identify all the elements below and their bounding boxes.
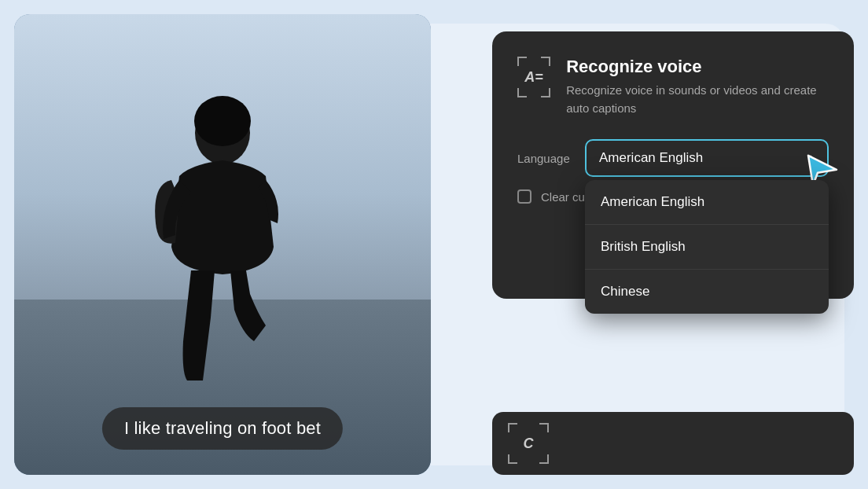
bottom-corner-tr xyxy=(539,423,549,432)
svg-point-1 xyxy=(194,96,251,146)
bottom-corner-bl xyxy=(508,454,517,464)
caption-bar: I like traveling on foot bet xyxy=(102,407,343,450)
bottom-icon-text: C xyxy=(524,436,534,452)
person-figure xyxy=(128,90,317,428)
clear-label: Clear cur xyxy=(541,190,589,204)
recognize-voice-panel: A= Recognize voice Recognize voice in so… xyxy=(492,31,854,299)
panel-text-block: Recognize voice Recognize voice in sound… xyxy=(566,57,829,117)
bottom-corner-tl xyxy=(508,423,517,432)
corner-bl xyxy=(517,88,527,97)
language-label: Language xyxy=(517,152,572,165)
panel-header: A= Recognize voice Recognize voice in so… xyxy=(517,57,829,117)
dropdown-item-british-english[interactable]: British English xyxy=(585,225,829,270)
corner-tr xyxy=(541,57,550,66)
language-row: Language American English ∧ American Eng… xyxy=(517,139,829,177)
dropdown-item-american-english[interactable]: American English xyxy=(585,180,829,225)
language-select-button[interactable]: American English ∧ xyxy=(585,139,829,177)
panel-title: Recognize voice xyxy=(566,57,829,77)
panel-icon-frame: A= xyxy=(517,57,550,97)
panel-icon-text: A= xyxy=(524,69,543,86)
bottom-corner-br xyxy=(539,454,549,464)
selected-language-text: American English xyxy=(599,150,703,166)
dropdown-item-chinese[interactable]: Chinese xyxy=(585,270,829,314)
bottom-strip: C xyxy=(492,412,854,475)
language-dropdown: American English British English Chinese xyxy=(585,180,829,314)
photo-card: I like traveling on foot bet xyxy=(14,14,431,475)
bottom-icon-frame: C xyxy=(508,423,549,464)
caption-text: I like traveling on foot bet xyxy=(124,418,321,438)
panel-description: Recognize voice in sounds or videos and … xyxy=(566,82,829,117)
corner-br xyxy=(541,88,550,97)
corner-tl xyxy=(517,57,527,66)
clear-checkbox[interactable] xyxy=(517,189,531,204)
